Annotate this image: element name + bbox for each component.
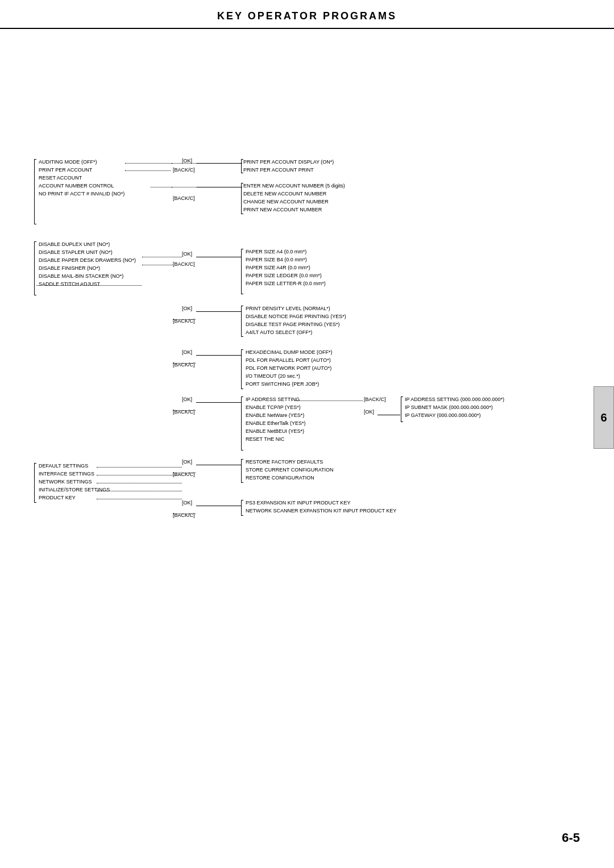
s1-bc-item-1: ENTER NEW ACCOUNT NUMBER (5 digits) <box>243 183 345 189</box>
s5-right-item-2: IP SUBNET MASK (000.000.000.000*) <box>405 404 493 410</box>
s2-ok-item-1: PAPER SIZE A4 (0.0 mm*) <box>246 249 306 254</box>
s1-ok-item-2: PRINT PER ACCOUNT PRINT <box>243 167 314 173</box>
ok-label-5: [OK] <box>182 397 192 402</box>
s4-item-2: PDL FOR PARALLEL PORT (AUTO*) <box>246 357 331 363</box>
s1-bc-item-2: DELETE NEW ACCOUNT NUMBER <box>243 191 326 197</box>
s5-left-item-1: IP ADDRESS SETTING <box>246 397 300 402</box>
s1-item-3: RESET ACCOUNT <box>39 175 82 181</box>
backc-label-2: [BACK/C] <box>173 261 195 267</box>
s6-left-item-4: INITIALIZE/STORE SETTINGS <box>39 487 110 493</box>
s6-right-item-2: STORE CURRENT CONFIGURATION <box>246 467 334 473</box>
s6-right-item-1: RESTORE FACTORY DEFAULTS <box>246 459 323 465</box>
s5-left-item-4: ENABLE EtherTalk (YES*) <box>246 420 306 426</box>
s3-item-1: PRINT DENSITY LEVEL (NORMAL*) <box>246 306 330 311</box>
s6-left-item-1: DEFAULT SETTINGS <box>39 463 88 469</box>
s5-right-item-3: IP GATEWAY (000.000.000.000*) <box>405 412 481 418</box>
s6-left-item-3: NETWORK SETTINGS <box>39 479 92 485</box>
s1-bc-item-4: PRINT NEW ACCOUNT NUMBER <box>243 207 322 212</box>
s1-item-1: AUDITING MODE (OFF*) <box>39 159 97 165</box>
s2-item-5: DISABLE MAIL-BIN STACKER (NO*) <box>39 273 123 279</box>
ok-label-7: [OK] <box>182 500 192 506</box>
s1-bc-item-3: CHANGE NEW ACCOUNT NUMBER <box>243 199 329 205</box>
s2-ok-item-4: PAPER SIZE LEDGER (0.0 mm*) <box>246 273 322 278</box>
s4-item-3: PDL FOR NETWORK PORT (AUTO*) <box>246 365 331 371</box>
ok-label-4: [OK] <box>182 349 192 355</box>
s2-ok-item-5: PAPER SIZE LETTER-R (0.0 mm*) <box>246 281 326 286</box>
s5-left-item-5: ENABLE NetBEUI (YES*) <box>246 428 304 434</box>
ok-label-6: [OK] <box>182 459 192 465</box>
s2-ok-item-2: PAPER SIZE B4 (0.0 mm*) <box>246 257 307 262</box>
page-title: KEY OPERATOR PROGRAMS <box>0 10 614 22</box>
s1-item-4: ACCOUNT NUMBER CONTROL <box>39 183 114 189</box>
s1-ok-item-1: PRINT PER ACCOUNT DISPLAY (ON*) <box>243 159 334 165</box>
ok-label-5b: [OK] <box>364 409 374 415</box>
s3-item-2: DISABLE NOTICE PAGE PRINTING (YES*) <box>246 314 346 319</box>
ok-label-3: [OK] <box>182 306 192 311</box>
s6-left-item-2: INTERFACE SETTINGS <box>39 471 94 477</box>
s6-left-item-5: PRODUCT KEY <box>39 495 76 500</box>
s4-item-4: I/O TIMEOUT (20 sec.*) <box>246 373 300 379</box>
s4-item-5: PORT SWITCHING (PER JOB*) <box>246 381 319 387</box>
s5-left-item-3: ENABLE NetWare (YES*) <box>246 412 304 418</box>
diagram-area: AUDITING MODE (OFF*) PRINT PER ACCOUNT R… <box>28 159 580 811</box>
page-number: 6-5 <box>562 831 580 845</box>
s4-item-1: HEXADECIMAL DUMP MODE (OFF*) <box>246 349 333 355</box>
s5-right-item-1: IP ADDRESS SETTING (000.000.000.000*) <box>405 397 504 402</box>
backc-label-1a: [BACK/C] <box>173 167 195 173</box>
s6-right-item-3: RESTORE CONFIGURATION <box>246 475 314 481</box>
s7-item-2: NETWORK SCANNER EXPANSTION KIT INPUT PRO… <box>246 508 396 514</box>
s5-left-item-6: RESET THE NIC <box>246 436 284 442</box>
backc-label-1b: [BACK/C] <box>173 195 195 201</box>
s2-item-3: DISABLE PAPER DESK DRAWERS (NO*) <box>39 257 136 263</box>
s1-item-2: PRINT PER ACCOUNT <box>39 167 92 173</box>
s3-item-3: DISABLE TEST PAGE PRINTING (YES*) <box>246 322 340 327</box>
s7-item-1: PS3 EXPANSION KIT INPUT PRODUCT KEY <box>246 500 350 506</box>
s2-item-2: DISABLE STAPLER UNIT (NO*) <box>39 249 113 255</box>
ok-label-2: [OK] <box>182 251 192 257</box>
s5-left-item-2: ENABLE TCP/IP (YES*) <box>246 404 301 410</box>
s2-item-6: SADDLE STITCH ADJUST <box>39 281 100 287</box>
s1-item-5: NO PRINT IF ACC'T # INVALID (NO*) <box>39 191 125 197</box>
s2-item-4: DISABLE FINISHER (NO*) <box>39 265 100 271</box>
s3-item-4: A4/LT AUTO SELECT (OFF*) <box>246 329 312 335</box>
tab-6: 6 <box>594 386 614 449</box>
s2-item-1: DISABLE DUPLEX UNIT (NO*) <box>39 241 110 247</box>
page-header: KEY OPERATOR PROGRAMS <box>0 0 614 29</box>
backc-label-5b: [BACK/C] <box>364 397 386 402</box>
s2-ok-item-3: PAPER SIZE A4R (0.0 mm*) <box>246 265 310 270</box>
